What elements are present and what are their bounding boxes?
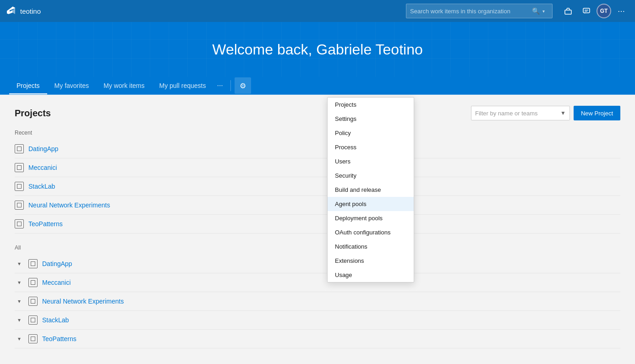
search-dropdown-chevron-icon[interactable]: ▾ [542, 9, 545, 14]
more-options-icon: ⋯ [618, 7, 625, 16]
tab-my-work-items[interactable]: My work items [96, 77, 152, 94]
project-icon-inner-1 [17, 147, 22, 151]
nav-tabs-bar: Projects My favorites My work items My p… [0, 77, 635, 95]
all-project-icon-5 [28, 334, 38, 343]
all-project-icon-2 [28, 278, 38, 287]
project-icon-5 [15, 219, 24, 228]
svg-rect-1 [583, 8, 590, 13]
project-name-5: TeoPatterns [28, 220, 63, 228]
projects-search-box[interactable]: ▼ [471, 106, 570, 120]
projects-actions: ▼ New Project [471, 106, 620, 120]
settings-dropdown-menu: Projects Settings Policy Process Users S… [327, 97, 414, 283]
main-content: Projects ▼ New Project Recent DatingApp … [0, 95, 635, 362]
dropdown-item-policy[interactable]: Policy [328, 126, 414, 140]
all-project-row-1[interactable]: ▾ DatingApp [15, 255, 620, 273]
basket-icon-button[interactable] [560, 3, 576, 19]
all-section-label: All [15, 244, 620, 251]
project-icon-inner-3 [17, 184, 22, 189]
dropdown-item-build-and-release[interactable]: Build and release [328, 183, 414, 197]
all-project-icon-1 [28, 259, 38, 268]
search-input[interactable] [410, 8, 529, 15]
project-icon-inner-2 [17, 165, 22, 170]
all-project-icon-3 [28, 297, 38, 306]
search-icon: 🔍 [532, 7, 540, 15]
project-icon-2 [15, 163, 24, 172]
hero-banner: Welcome back, Gabriele Teotino [0, 22, 635, 77]
settings-gear-icon: ⚙ [240, 81, 246, 90]
all-project-row-2[interactable]: ▾ Meccanici [15, 273, 620, 292]
avatar-initials: GT [600, 8, 608, 14]
recent-project-item-5[interactable]: TeoPatterns [15, 215, 620, 234]
project-name-1: DatingApp [28, 145, 58, 152]
tab-my-pull-requests[interactable]: My pull requests [152, 77, 213, 94]
all-project-icon-4 [28, 315, 38, 325]
project-icon-inner-5 [17, 222, 22, 226]
all-section: All ▾ DatingApp ▾ Meccanici ▾ [15, 244, 620, 348]
all-project-name-1: DatingApp [42, 260, 72, 267]
hero-title: Welcome back, Gabriele Teotino [212, 41, 423, 58]
projects-page-title: Projects [15, 108, 51, 119]
projects-header: Projects ▼ New Project [15, 106, 620, 120]
chat-icon-button[interactable] [578, 3, 595, 19]
chevron-down-icon-2: ▾ [15, 279, 24, 286]
dropdown-item-notifications[interactable]: Notifications [328, 239, 414, 254]
chevron-down-icon-4: ▾ [15, 317, 24, 323]
project-name-3: StackLab [28, 183, 55, 190]
settings-button[interactable]: ⚙ [235, 77, 251, 94]
recent-projects-list: DatingApp Meccanici StackLab Neural Netw… [15, 140, 620, 234]
dropdown-item-agent-pools[interactable]: Agent pools [328, 197, 414, 211]
topbar: teotino 🔍 ▾ GT ⋯ [0, 0, 635, 22]
project-icon-4 [15, 201, 24, 210]
all-project-name-4: StackLab [42, 316, 69, 324]
chevron-down-icon-1: ▾ [15, 261, 24, 267]
more-tabs-button[interactable]: ··· [213, 77, 226, 94]
basket-icon [564, 7, 572, 15]
project-icon-3 [15, 182, 24, 191]
azure-devops-logo-icon [5, 5, 16, 16]
tab-projects[interactable]: Projects [9, 77, 47, 94]
org-logo[interactable]: teotino [5, 5, 41, 16]
all-project-row-3[interactable]: ▾ Neural Network Experiments [15, 292, 620, 311]
nav-divider [230, 80, 231, 91]
tab-my-favorites[interactable]: My favorites [47, 77, 96, 94]
project-icon-1 [15, 144, 24, 153]
dropdown-item-oauth-configurations[interactable]: OAuth configurations [328, 225, 414, 239]
dropdown-item-security[interactable]: Security [328, 168, 414, 183]
projects-search-input[interactable] [475, 110, 558, 117]
all-project-name-3: Neural Network Experiments [42, 298, 124, 305]
new-project-button[interactable]: New Project [574, 106, 620, 120]
chevron-down-icon-5: ▾ [15, 336, 24, 342]
user-avatar-button[interactable]: GT [597, 4, 611, 18]
recent-project-item-1[interactable]: DatingApp [15, 140, 620, 158]
recent-section-label: Recent [15, 130, 620, 136]
all-project-name-2: Meccanici [42, 279, 71, 286]
dropdown-item-process[interactable]: Process [328, 140, 414, 154]
dropdown-item-extensions[interactable]: Extensions [328, 254, 414, 268]
org-name: teotino [20, 7, 41, 15]
topbar-icons: GT ⋯ [560, 3, 630, 19]
all-project-name-5: TeoPatterns [42, 335, 77, 342]
recent-project-item-2[interactable]: Meccanici [15, 158, 620, 177]
project-icon-inner-4 [17, 203, 22, 207]
projects-filter-icon: ▼ [560, 110, 566, 116]
project-name-4: Neural Network Experiments [28, 201, 110, 209]
dropdown-item-deployment-pools[interactable]: Deployment pools [328, 211, 414, 225]
topbar-search-box[interactable]: 🔍 ▾ [406, 4, 553, 18]
chat-icon [582, 7, 591, 15]
dropdown-item-projects[interactable]: Projects [328, 98, 414, 112]
all-projects-list: ▾ DatingApp ▾ Meccanici ▾ Neural Network… [15, 255, 620, 348]
recent-project-item-4[interactable]: Neural Network Experiments [15, 196, 620, 215]
recent-project-item-3[interactable]: StackLab [15, 177, 620, 196]
chevron-down-icon-3: ▾ [15, 298, 24, 304]
all-project-row-5[interactable]: ▾ TeoPatterns [15, 330, 620, 348]
dropdown-item-settings[interactable]: Settings [328, 112, 414, 126]
more-options-button[interactable]: ⋯ [613, 3, 630, 19]
svg-rect-0 [565, 10, 571, 14]
all-project-row-4[interactable]: ▾ StackLab [15, 311, 620, 330]
project-name-2: Meccanici [28, 164, 57, 171]
dropdown-item-users[interactable]: Users [328, 154, 414, 168]
dropdown-item-usage[interactable]: Usage [328, 268, 414, 282]
